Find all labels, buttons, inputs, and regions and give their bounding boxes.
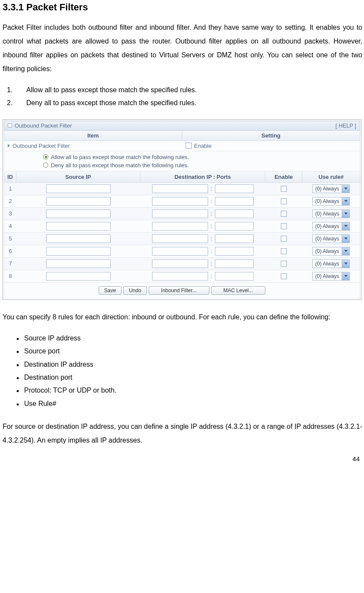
list-item: Use Rule# (24, 397, 362, 410)
policy-deny-option[interactable]: Deny all to pass except those match the … (43, 161, 321, 169)
dest-port-input[interactable] (215, 272, 254, 281)
policy-list: 1.Allow all to pass except those match t… (3, 84, 362, 110)
dest-port-input[interactable] (215, 259, 254, 268)
use-rule-select[interactable]: (0) Always (312, 272, 350, 281)
source-ip-input[interactable] (46, 197, 111, 206)
header-id: ID (4, 172, 16, 182)
radio-icon[interactable] (43, 162, 48, 168)
dest-ip-input[interactable] (152, 184, 208, 193)
colon-separator: : (209, 223, 214, 229)
router-ui-screenshot: Outbound Packet Filter [ HELP ] Item Set… (3, 119, 361, 300)
chevron-down-icon[interactable] (342, 185, 349, 193)
panel-icon (8, 123, 12, 128)
dest-ip-input[interactable] (152, 234, 208, 243)
row-enable-checkbox[interactable] (281, 198, 287, 204)
policy-list-item: 1.Allow all to pass except those match t… (7, 84, 362, 97)
header-use-rule: Use rule# (302, 172, 360, 182)
source-ip-input[interactable] (46, 247, 111, 256)
chevron-down-icon[interactable] (342, 235, 349, 243)
row-enable-checkbox[interactable] (281, 211, 287, 217)
use-rule-select[interactable]: (0) Always (312, 247, 350, 256)
row-id: 4 (4, 221, 16, 231)
outbound-filter-label: Outbound Packet Filter (12, 143, 70, 149)
dest-port-input[interactable] (215, 209, 254, 218)
use-rule-select[interactable]: (0) Always (312, 222, 350, 231)
table-row: 8:(0) Always (4, 270, 360, 283)
row-id: 7 (4, 259, 16, 268)
chevron-down-icon[interactable] (342, 210, 349, 218)
list-item: Destination port (24, 371, 362, 384)
source-ip-input[interactable] (46, 184, 111, 193)
source-ip-input[interactable] (46, 259, 111, 268)
list-item: Protocol: TCP or UDP or both. (24, 384, 362, 397)
colon-separator: : (209, 198, 214, 204)
row-enable-checkbox[interactable] (281, 236, 287, 242)
undo-button[interactable]: Undo (123, 286, 147, 295)
col-setting-header: Setting (182, 131, 360, 141)
colon-separator: : (209, 273, 214, 279)
table-row: 6:(0) Always (4, 245, 360, 258)
row-id: 8 (4, 271, 16, 281)
use-rule-select[interactable]: (0) Always (312, 259, 350, 268)
source-ip-input[interactable] (46, 222, 111, 231)
policy-list-item: 2.Deny all to pass except those match th… (7, 97, 362, 109)
policy-allow-option[interactable]: Allow all to pass except those match the… (43, 153, 321, 161)
outbound-filter-row: Outbound Packet Filter Enable (4, 141, 360, 151)
table-row: 2:(0) Always (4, 195, 360, 208)
use-rule-select[interactable]: (0) Always (312, 234, 350, 243)
help-link[interactable]: [ HELP ] (336, 122, 356, 129)
triangle-icon (8, 144, 10, 147)
row-enable-checkbox[interactable] (281, 261, 287, 267)
row-id: 2 (4, 196, 16, 206)
save-button[interactable]: Save (99, 286, 121, 295)
intro-paragraph: Packet Filter includes both outbound fil… (3, 21, 362, 76)
dest-ip-input[interactable] (152, 272, 208, 281)
row-id: 1 (4, 184, 16, 194)
list-item: Destination IP address (24, 358, 362, 371)
mac-level-button[interactable]: MAC Level... (211, 286, 266, 295)
dest-ip-input[interactable] (152, 222, 208, 231)
use-rule-select[interactable]: (0) Always (312, 209, 350, 218)
row-id: 3 (4, 209, 16, 218)
chevron-down-icon[interactable] (342, 272, 349, 280)
panel-header: Outbound Packet Filter [ HELP ] (4, 121, 360, 131)
enable-label: Enable (194, 143, 212, 149)
use-rule-select[interactable]: (0) Always (312, 197, 350, 206)
row-id: 5 (4, 234, 16, 243)
dest-port-input[interactable] (215, 197, 254, 206)
dest-ip-input[interactable] (152, 197, 208, 206)
dest-port-input[interactable] (215, 184, 254, 193)
radio-icon[interactable] (43, 154, 48, 159)
source-ip-input[interactable] (46, 234, 111, 243)
dest-ip-input[interactable] (152, 247, 208, 256)
list-item: Source port (24, 345, 362, 358)
chevron-down-icon[interactable] (342, 222, 349, 230)
panel-title: Outbound Packet Filter (15, 122, 72, 129)
dest-ip-input[interactable] (152, 259, 208, 268)
chevron-down-icon[interactable] (342, 247, 349, 255)
button-row: Save Undo Inbound Filter... MAC Level... (4, 283, 360, 299)
section-heading: 3.3.1 Packet Filters (3, 2, 362, 13)
list-item: Source IP address (24, 332, 362, 345)
dest-port-input[interactable] (215, 247, 254, 256)
col-item-header: Item (4, 131, 182, 141)
header-source-ip: Source IP (16, 172, 140, 182)
source-ip-input[interactable] (46, 272, 111, 281)
row-enable-checkbox[interactable] (281, 273, 287, 279)
chevron-down-icon[interactable] (342, 197, 349, 205)
dest-ip-input[interactable] (152, 209, 208, 218)
source-ip-input[interactable] (46, 209, 111, 218)
dest-port-input[interactable] (215, 222, 254, 231)
chevron-down-icon[interactable] (342, 260, 349, 268)
dest-port-input[interactable] (215, 234, 254, 243)
enable-checkbox[interactable] (186, 143, 192, 149)
colon-separator: : (209, 260, 214, 267)
row-enable-checkbox[interactable] (281, 248, 287, 254)
row-enable-checkbox[interactable] (281, 186, 287, 192)
row-enable-checkbox[interactable] (281, 223, 287, 229)
use-rule-select[interactable]: (0) Always (312, 184, 350, 193)
policy-radios: Allow all to pass except those match the… (4, 151, 360, 172)
table-row: 5:(0) Always (4, 233, 360, 245)
rules-description: You can specify 8 rules for each directi… (3, 310, 362, 324)
inbound-filter-button[interactable]: Inbound Filter... (149, 286, 209, 295)
